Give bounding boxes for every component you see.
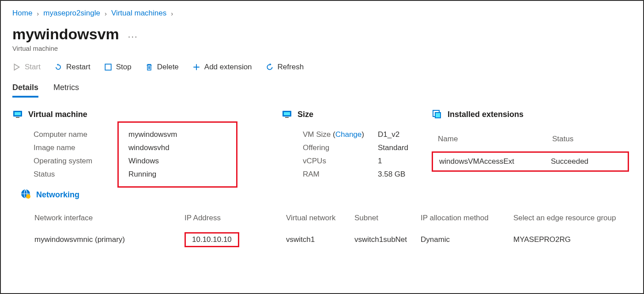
svg-point-10	[26, 194, 30, 199]
stop-label: Stop	[116, 63, 132, 72]
trash-icon	[145, 63, 154, 72]
svg-rect-2	[15, 112, 21, 115]
start-label: Start	[25, 63, 41, 72]
value-os: Windows	[128, 157, 273, 166]
networking-table-header: Network interface IP Address Virtual net…	[12, 214, 633, 232]
value-offering: Standard	[378, 143, 423, 152]
refresh-label: Refresh	[278, 63, 304, 72]
value-status: Running	[128, 170, 273, 179]
command-bar: Start Restart Stop Delete Add extension	[12, 63, 633, 72]
restart-icon	[54, 63, 63, 72]
value-ram: 3.58 GB	[378, 170, 423, 179]
vm-properties: Computer name mywindowsvm Image name win…	[34, 130, 273, 179]
restart-label: Restart	[66, 63, 90, 72]
vm-icon	[282, 109, 292, 120]
add-extension-button[interactable]: Add extension	[192, 63, 252, 72]
label-offering: Offering	[303, 143, 378, 152]
chevron-right-icon: ›	[105, 10, 107, 17]
section-size: Size	[282, 109, 423, 120]
more-actions-button[interactable]: ···	[128, 31, 138, 41]
page-subtitle: Virtual machine	[12, 45, 633, 52]
delete-button[interactable]: Delete	[145, 63, 179, 72]
breadcrumb: Home › myasepro2single › Virtual machine…	[12, 9, 633, 18]
col-alloc: IP allocation method	[421, 214, 513, 222]
svg-rect-8	[435, 113, 441, 118]
stop-icon	[104, 63, 113, 72]
net-row-ip: 10.10.10.10	[185, 232, 239, 247]
label-vcpus: vCPUs	[303, 157, 378, 166]
size-properties: VM Size (Change) D1_v2 Offering Standard…	[303, 130, 423, 179]
plus-icon	[192, 63, 201, 72]
col-edge: Select an edge resource group	[513, 214, 633, 222]
net-row-alloc: Dynamic	[421, 235, 513, 244]
vm-icon	[12, 109, 23, 120]
table-row[interactable]: mywindowsvmnic (primary) 10.10.10.10 vsw…	[12, 232, 633, 247]
ext-row-status: Succeeded	[551, 157, 621, 166]
play-icon	[12, 63, 21, 72]
col-ip: IP Address	[185, 214, 286, 222]
value-computer-name: mywindowsvm	[128, 130, 273, 139]
restart-button[interactable]: Restart	[54, 63, 90, 72]
tab-details[interactable]: Details	[12, 83, 38, 98]
label-vm-size: VM Size (Change)	[303, 130, 378, 139]
page-title: mywindowsvm	[12, 26, 119, 43]
breadcrumb-resource[interactable]: myasepro2single	[43, 9, 100, 18]
tab-bar: Details Metrics	[12, 83, 633, 98]
stop-button[interactable]: Stop	[104, 63, 132, 72]
label-vm-size-text: VM Size	[303, 130, 331, 139]
delete-label: Delete	[157, 63, 179, 72]
start-button: Start	[12, 63, 41, 72]
add-extension-label: Add extension	[204, 63, 252, 72]
section-virtual-machine: Virtual machine	[12, 109, 273, 120]
col-status: Status	[552, 135, 623, 143]
col-nic: Network interface	[34, 214, 185, 222]
refresh-icon	[265, 63, 274, 72]
net-row-subnet: vswitch1subNet	[354, 235, 421, 244]
section-virtual-machine-title: Virtual machine	[28, 110, 87, 119]
tab-metrics[interactable]: Metrics	[53, 83, 79, 98]
label-computer-name: Computer name	[34, 130, 128, 139]
table-row[interactable]: windowsVMAccessExt Succeeded	[432, 151, 629, 172]
label-status: Status	[34, 170, 128, 179]
chevron-right-icon: ›	[171, 10, 173, 17]
section-networking-title: Networking	[36, 190, 79, 200]
net-row-edge: MYASEPRO2RG	[513, 235, 633, 244]
section-extensions: Installed extensions	[432, 109, 629, 120]
globe-icon	[20, 188, 31, 201]
extensions-table-header: Name Status	[432, 130, 629, 148]
networking-table: Network interface IP Address Virtual net…	[12, 214, 633, 247]
net-row-vnet: vswitch1	[286, 235, 354, 244]
refresh-button[interactable]: Refresh	[265, 63, 304, 72]
change-size-link[interactable]: Change	[335, 130, 362, 139]
chevron-right-icon: ›	[37, 10, 39, 17]
section-networking[interactable]: Networking	[20, 188, 633, 201]
section-extensions-title: Installed extensions	[448, 110, 523, 119]
breadcrumb-home[interactable]: Home	[12, 9, 32, 18]
col-name: Name	[438, 135, 552, 143]
col-subnet: Subnet	[354, 214, 421, 222]
breadcrumb-section[interactable]: Virtual machines	[111, 9, 166, 18]
col-vnet: Virtual network	[286, 214, 354, 222]
value-image-name: windowsvhd	[128, 143, 273, 152]
label-ram: RAM	[303, 170, 378, 179]
svg-rect-5	[284, 112, 290, 115]
label-image-name: Image name	[34, 143, 128, 152]
extensions-table: Name Status windowsVMAccessExt Succeeded	[432, 130, 629, 172]
ext-row-name: windowsVMAccessExt	[439, 157, 551, 166]
svg-rect-3	[16, 117, 19, 118]
extensions-icon	[432, 109, 442, 120]
svg-rect-6	[285, 117, 289, 118]
net-row-nic: mywindowsvmnic (primary)	[34, 235, 185, 244]
value-vcpus: 1	[378, 157, 423, 166]
svg-rect-0	[105, 64, 111, 70]
value-vm-size: D1_v2	[378, 130, 423, 139]
section-size-title: Size	[298, 110, 313, 119]
label-os: Operating system	[34, 157, 128, 166]
